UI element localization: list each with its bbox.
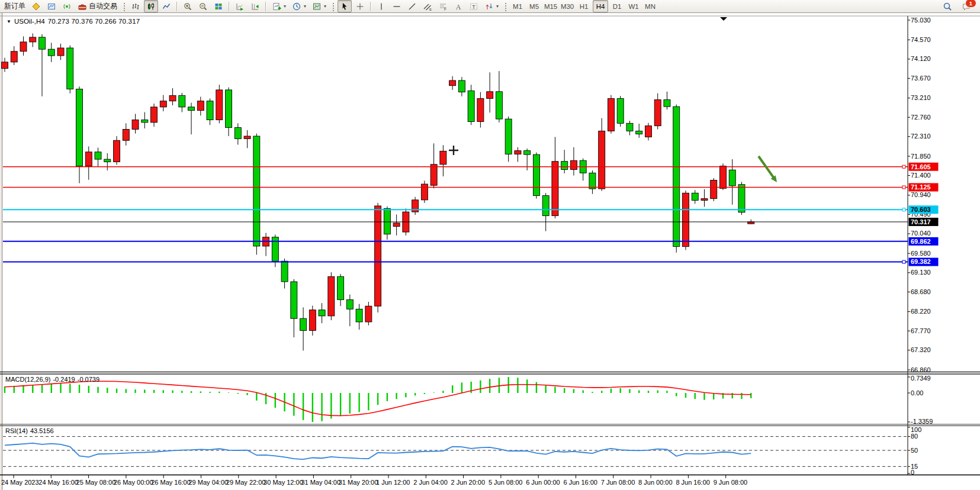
autotrade-button[interactable]: 自动交易 — [75, 0, 120, 12]
time-tick-label: 25 May 08:00 — [76, 479, 116, 486]
candlestick-chart-button[interactable] — [144, 0, 158, 12]
price-tick-label: 71.850 — [911, 153, 931, 160]
candle — [533, 153, 539, 199]
toolbar-separator — [229, 2, 230, 11]
candle — [253, 134, 260, 255]
price-tick-label: 69.130 — [911, 269, 931, 276]
charts-window-button[interactable] — [44, 0, 59, 12]
horizontal-line-button[interactable] — [390, 0, 404, 12]
tile-icon — [214, 2, 223, 11]
zoom-in-button[interactable] — [181, 0, 195, 12]
market-signals-button[interactable] — [60, 0, 74, 12]
candle — [67, 46, 73, 94]
crosshair-button[interactable] — [353, 0, 367, 12]
toolbar-grip[interactable] — [123, 2, 126, 11]
trendline-button[interactable] — [405, 0, 419, 12]
hline-handle[interactable] — [902, 165, 905, 168]
auto-scroll-button[interactable] — [233, 0, 247, 12]
new-order-button[interactable]: 新订单 — [2, 0, 28, 12]
dropdown-caret-icon[interactable]: ▾ — [496, 4, 499, 9]
time-tick-label: 2 Jun 04:00 — [413, 479, 448, 486]
fibonacci-button[interactable]: F — [436, 0, 450, 12]
bar-chart-button[interactable] — [128, 0, 143, 12]
candle — [617, 96, 624, 127]
time-tick-label: 30 May 12:00 — [264, 479, 303, 486]
line-chart-button[interactable] — [159, 0, 173, 12]
zoomout-icon — [198, 2, 208, 11]
text-label-button[interactable]: T — [467, 0, 481, 12]
timeframe-d1-button[interactable]: D1 — [609, 0, 625, 12]
candle — [711, 178, 717, 201]
price-tick-label: 67.770 — [911, 327, 931, 334]
notifications-button[interactable]: 1 — [959, 0, 973, 12]
textT-icon: T — [469, 2, 478, 11]
tile-windows-button[interactable] — [211, 0, 226, 12]
candle — [328, 272, 335, 320]
candle — [375, 203, 381, 312]
autoscroll-icon — [235, 2, 245, 11]
candle — [608, 95, 614, 134]
macd-axis-label: 0.7349 — [911, 375, 931, 382]
time-tick-label: 6 Jun 00:00 — [526, 479, 560, 486]
timeframe-m5-button[interactable]: M5 — [526, 0, 542, 12]
price-tick-label: 73.670 — [911, 75, 931, 82]
price-tick-label: 73.210 — [911, 94, 931, 101]
price-tick-label: 70.040 — [911, 230, 931, 237]
indicators-window-button[interactable] — [29, 0, 43, 12]
hline-handle[interactable] — [902, 208, 905, 211]
dropdown-caret-icon[interactable]: ▾ — [324, 4, 326, 9]
price-tick-label: 68.220 — [911, 308, 931, 315]
text-button[interactable]: A — [451, 0, 465, 12]
time-tick-label: 7 Jun 08:00 — [601, 479, 635, 486]
time-tick-label: 26 May 16:00 — [151, 479, 191, 486]
symbol-dropdown-icon[interactable]: ▼ — [7, 19, 11, 24]
equidistant-channel-button[interactable]: E — [420, 0, 435, 12]
fibo-icon: F — [438, 2, 448, 11]
dropdown-caret-icon[interactable]: ▾ — [284, 4, 286, 9]
rsi-axis-label: 80 — [911, 433, 918, 440]
macd-indicator-label: MACD(12,26,9) -0.2419 -0.0739 — [5, 376, 99, 383]
timeframe-m15-button[interactable]: M15 — [543, 0, 558, 12]
cursor-button[interactable] — [338, 0, 352, 12]
time-tick-label: 29 May 04:00 — [189, 479, 229, 486]
price-tag-70.603: 70.603 — [909, 205, 939, 214]
arrows-button[interactable]: ▾ — [482, 0, 501, 12]
chart-title: ▼ USOil-,H4 70.273 70.376 70.266 70.317 — [7, 18, 140, 25]
toolbar-grip[interactable] — [332, 2, 335, 11]
timeframe-mn-button[interactable]: MN — [642, 0, 658, 12]
hline-handle[interactable] — [902, 186, 905, 189]
timeframe-m30-button[interactable]: M30 — [560, 0, 575, 12]
macd-signal-value: -0.0739 — [78, 376, 99, 383]
time-tick-label: 29 May 22:00 — [226, 479, 266, 486]
candles-icon — [146, 2, 156, 11]
zoom-out-button[interactable] — [196, 0, 210, 12]
vertical-line-button[interactable] — [374, 0, 388, 12]
time-tick-label: 24 May 16:00 — [38, 479, 78, 486]
indicators-button[interactable]: ▾ — [269, 0, 288, 12]
arrows-icon — [484, 2, 494, 11]
toolbar-separator — [265, 2, 266, 11]
price-tick-label: 68.680 — [911, 288, 931, 295]
rsi-axis-label: 100 — [911, 426, 921, 433]
templates-button[interactable]: ▾ — [310, 0, 329, 12]
search-button[interactable] — [940, 0, 955, 12]
periods-button[interactable]: ▾ — [290, 0, 309, 12]
candle — [468, 85, 474, 125]
toolbar-grip[interactable] — [504, 2, 507, 11]
time-tick-label: 5 Jun 08:00 — [489, 479, 523, 486]
time-tick-label: 8 Jun 00:00 — [638, 479, 673, 486]
clock-icon — [292, 2, 301, 11]
timeframe-w1-button[interactable]: W1 — [626, 0, 641, 12]
timeframe-h1-button[interactable]: H1 — [576, 0, 592, 12]
timeframe-m1-button[interactable]: M1 — [510, 0, 525, 12]
svg-text:E: E — [429, 7, 432, 11]
chart-shift-button[interactable] — [248, 0, 262, 12]
diamond-icon — [31, 2, 41, 11]
hline-handle[interactable] — [902, 260, 905, 263]
svg-text:T: T — [472, 4, 475, 9]
timeframe-h4-button[interactable]: H4 — [593, 0, 608, 12]
chartwin-icon — [47, 2, 56, 11]
candle — [114, 136, 120, 165]
dropdown-caret-icon[interactable]: ▾ — [304, 4, 306, 9]
price-tick-label: 71.400 — [911, 172, 931, 179]
